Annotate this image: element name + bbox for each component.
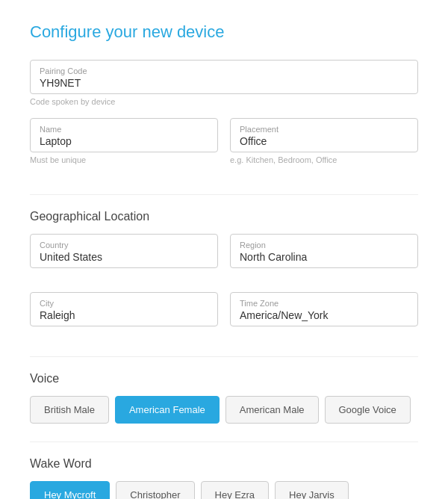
city-field-group: City [30,292,218,326]
voice-british-male[interactable]: British Male [30,396,109,424]
wake-word-christopher[interactable]: Christopher [116,481,194,499]
timezone-field-group: Time Zone [230,292,418,326]
voice-american-female[interactable]: American Female [115,396,220,424]
voice-title: Voice [30,372,418,385]
name-label: Name [40,125,208,134]
pairing-code-section: Pairing Code Code spoken by device [30,60,418,106]
voice-american-male[interactable]: American Male [225,396,319,424]
geo-section: Geographical Location Country Region Cit… [30,210,418,338]
region-input[interactable] [240,251,408,263]
pairing-code-field: Pairing Code [30,60,418,94]
city-input[interactable] [40,309,208,321]
timezone-input[interactable] [240,309,408,321]
divider-1 [30,194,418,195]
timezone-field: Time Zone [230,292,418,326]
divider-2 [30,356,418,357]
wake-word-hey-mycroft[interactable]: Hey Mycroft [30,481,110,499]
voice-section: Voice British Male American Female Ameri… [30,372,418,424]
voice-options: British Male American Female American Ma… [30,396,418,424]
name-field: Name [30,118,218,152]
voice-google-voice[interactable]: Google Voice [325,396,411,424]
wake-word-section: Wake Word Hey Mycroft Christopher Hey Ez… [30,457,418,499]
divider-3 [30,441,418,442]
region-field: Region [230,234,418,268]
city-field: City [30,292,218,326]
country-label: Country [40,241,208,250]
pairing-code-input[interactable] [40,77,408,89]
page-title: Configure your new device [30,22,418,42]
placement-field: Placement [230,118,418,152]
placement-field-group: Placement e.g. Kitchen, Bedroom, Office [230,118,418,164]
wake-word-title: Wake Word [30,457,418,471]
city-label: City [40,299,208,308]
pairing-code-hint: Code spoken by device [30,97,418,106]
country-field: Country [30,234,218,268]
name-hint: Must be unique [30,155,218,164]
geo-title: Geographical Location [30,210,418,223]
pairing-code-label: Pairing Code [40,66,408,75]
placement-label: Placement [240,125,408,134]
name-field-group: Name Must be unique [30,118,218,164]
name-input[interactable] [40,135,208,147]
placement-input[interactable] [240,135,408,147]
wake-word-hey-jarvis[interactable]: Hey Jarvis [275,481,349,499]
region-field-group: Region [230,234,418,268]
placement-hint: e.g. Kitchen, Bedroom, Office [230,155,418,164]
country-field-group: Country [30,234,218,268]
wake-word-options: Hey Mycroft Christopher Hey Ezra Hey Jar… [30,481,418,499]
wake-word-hey-ezra[interactable]: Hey Ezra [201,481,269,499]
country-input[interactable] [40,251,208,263]
region-label: Region [240,241,408,250]
timezone-label: Time Zone [240,299,408,308]
